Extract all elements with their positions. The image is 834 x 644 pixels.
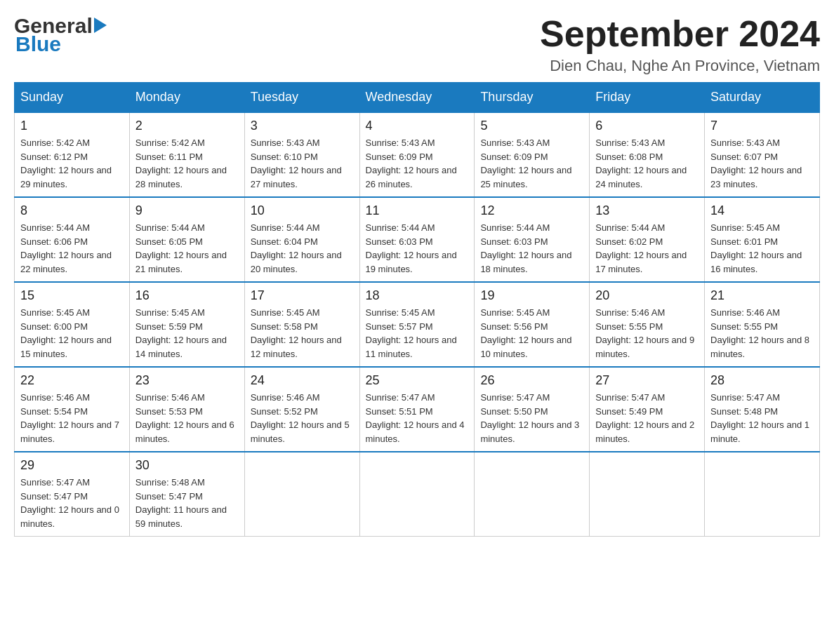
day-number: 9 <box>135 203 239 218</box>
day-info: Sunrise: 5:47 AMSunset: 5:51 PMDaylight:… <box>366 391 469 445</box>
day-info: Sunrise: 5:45 AMSunset: 5:58 PMDaylight:… <box>251 306 354 361</box>
table-row: 22Sunrise: 5:46 AMSunset: 5:54 PMDayligh… <box>15 367 130 452</box>
day-number: 6 <box>595 119 699 133</box>
day-number: 4 <box>366 119 469 133</box>
day-info: Sunrise: 5:44 AMSunset: 6:03 PMDaylight:… <box>366 221 469 276</box>
calendar-table: Sunday Monday Tuesday Wednesday Thursday… <box>14 82 820 537</box>
table-row: 5Sunrise: 5:43 AMSunset: 6:09 PMDaylight… <box>475 112 590 197</box>
table-row: 26Sunrise: 5:47 AMSunset: 5:50 PMDayligh… <box>475 367 590 452</box>
col-friday: Friday <box>590 83 705 113</box>
day-info: Sunrise: 5:46 AMSunset: 5:53 PMDaylight:… <box>135 391 239 445</box>
day-info: Sunrise: 5:43 AMSunset: 6:08 PMDaylight:… <box>595 136 699 191</box>
logo: General Blue <box>14 14 107 56</box>
day-info: Sunrise: 5:44 AMSunset: 6:05 PMDaylight:… <box>135 221 239 276</box>
col-sunday: Sunday <box>15 83 130 113</box>
col-tuesday: Tuesday <box>244 83 359 113</box>
day-number: 24 <box>251 373 354 388</box>
table-row: 12Sunrise: 5:44 AMSunset: 6:03 PMDayligh… <box>475 197 590 282</box>
day-info: Sunrise: 5:44 AMSunset: 6:02 PMDaylight:… <box>595 221 699 276</box>
table-row: 30Sunrise: 5:48 AMSunset: 5:47 PMDayligh… <box>129 452 244 537</box>
day-info: Sunrise: 5:47 AMSunset: 5:50 PMDaylight:… <box>480 391 583 445</box>
day-info: Sunrise: 5:46 AMSunset: 5:55 PMDaylight:… <box>595 306 699 361</box>
table-row: 8Sunrise: 5:44 AMSunset: 6:06 PMDaylight… <box>15 197 130 282</box>
logo-arrow-icon <box>94 18 107 36</box>
col-wednesday: Wednesday <box>359 83 475 113</box>
day-number: 29 <box>20 458 124 473</box>
day-number: 28 <box>710 373 814 388</box>
table-row: 19Sunrise: 5:45 AMSunset: 5:56 PMDayligh… <box>475 282 590 367</box>
day-number: 15 <box>20 288 124 303</box>
page-header: General Blue September 2024 Dien Chau, N… <box>14 14 820 75</box>
month-title: September 2024 <box>540 14 820 54</box>
table-row: 15Sunrise: 5:45 AMSunset: 6:00 PMDayligh… <box>15 282 130 367</box>
day-number: 30 <box>135 458 239 473</box>
day-info: Sunrise: 5:47 AMSunset: 5:47 PMDaylight:… <box>20 476 124 530</box>
col-monday: Monday <box>129 83 244 113</box>
table-row: 11Sunrise: 5:44 AMSunset: 6:03 PMDayligh… <box>359 197 475 282</box>
table-row: 1Sunrise: 5:42 AMSunset: 6:12 PMDaylight… <box>15 112 130 197</box>
day-number: 10 <box>251 203 354 218</box>
calendar-week-row: 29Sunrise: 5:47 AMSunset: 5:47 PMDayligh… <box>15 452 820 537</box>
day-info: Sunrise: 5:42 AMSunset: 6:11 PMDaylight:… <box>135 136 239 191</box>
calendar-week-row: 15Sunrise: 5:45 AMSunset: 6:00 PMDayligh… <box>15 282 820 367</box>
table-row: 4Sunrise: 5:43 AMSunset: 6:09 PMDaylight… <box>359 112 475 197</box>
day-info: Sunrise: 5:45 AMSunset: 6:00 PMDaylight:… <box>20 306 124 361</box>
day-info: Sunrise: 5:47 AMSunset: 5:48 PMDaylight:… <box>710 391 814 445</box>
day-info: Sunrise: 5:44 AMSunset: 6:03 PMDaylight:… <box>480 221 583 276</box>
table-row: 3Sunrise: 5:43 AMSunset: 6:10 PMDaylight… <box>244 112 359 197</box>
col-saturday: Saturday <box>705 83 820 113</box>
day-number: 25 <box>366 373 469 388</box>
day-number: 16 <box>135 288 239 303</box>
calendar-week-row: 22Sunrise: 5:46 AMSunset: 5:54 PMDayligh… <box>15 367 820 452</box>
day-info: Sunrise: 5:44 AMSunset: 6:04 PMDaylight:… <box>251 221 354 276</box>
day-number: 13 <box>595 203 699 218</box>
day-info: Sunrise: 5:43 AMSunset: 6:09 PMDaylight:… <box>366 136 469 191</box>
day-number: 18 <box>366 288 469 303</box>
table-row: 9Sunrise: 5:44 AMSunset: 6:05 PMDaylight… <box>129 197 244 282</box>
day-number: 5 <box>480 119 583 133</box>
calendar-week-row: 8Sunrise: 5:44 AMSunset: 6:06 PMDaylight… <box>15 197 820 282</box>
table-row: 25Sunrise: 5:47 AMSunset: 5:51 PMDayligh… <box>359 367 475 452</box>
table-row: 7Sunrise: 5:43 AMSunset: 6:07 PMDaylight… <box>705 112 820 197</box>
day-number: 23 <box>135 373 239 388</box>
day-number: 27 <box>595 373 699 388</box>
calendar-week-row: 1Sunrise: 5:42 AMSunset: 6:12 PMDaylight… <box>15 112 820 197</box>
title-section: September 2024 Dien Chau, Nghe An Provin… <box>540 14 820 75</box>
day-number: 11 <box>366 203 469 218</box>
day-number: 1 <box>20 119 124 133</box>
table-row: 2Sunrise: 5:42 AMSunset: 6:11 PMDaylight… <box>129 112 244 197</box>
day-number: 19 <box>480 288 583 303</box>
day-info: Sunrise: 5:43 AMSunset: 6:09 PMDaylight:… <box>480 136 583 191</box>
day-info: Sunrise: 5:45 AMSunset: 5:59 PMDaylight:… <box>135 306 239 361</box>
day-info: Sunrise: 5:44 AMSunset: 6:06 PMDaylight:… <box>20 221 124 276</box>
day-number: 7 <box>710 119 814 133</box>
table-row <box>590 452 705 537</box>
table-row: 24Sunrise: 5:46 AMSunset: 5:52 PMDayligh… <box>244 367 359 452</box>
day-number: 20 <box>595 288 699 303</box>
table-row: 21Sunrise: 5:46 AMSunset: 5:55 PMDayligh… <box>705 282 820 367</box>
day-info: Sunrise: 5:45 AMSunset: 6:01 PMDaylight:… <box>710 221 814 276</box>
day-info: Sunrise: 5:43 AMSunset: 6:07 PMDaylight:… <box>710 136 814 191</box>
svg-marker-0 <box>94 18 107 33</box>
table-row <box>359 452 475 537</box>
day-info: Sunrise: 5:43 AMSunset: 6:10 PMDaylight:… <box>251 136 354 191</box>
logo-blue-text: Blue <box>14 32 107 56</box>
table-row: 28Sunrise: 5:47 AMSunset: 5:48 PMDayligh… <box>705 367 820 452</box>
calendar-header-row: Sunday Monday Tuesday Wednesday Thursday… <box>15 83 820 113</box>
day-info: Sunrise: 5:46 AMSunset: 5:52 PMDaylight:… <box>251 391 354 445</box>
table-row <box>475 452 590 537</box>
table-row: 16Sunrise: 5:45 AMSunset: 5:59 PMDayligh… <box>129 282 244 367</box>
table-row: 18Sunrise: 5:45 AMSunset: 5:57 PMDayligh… <box>359 282 475 367</box>
table-row: 27Sunrise: 5:47 AMSunset: 5:49 PMDayligh… <box>590 367 705 452</box>
table-row: 23Sunrise: 5:46 AMSunset: 5:53 PMDayligh… <box>129 367 244 452</box>
table-row: 6Sunrise: 5:43 AMSunset: 6:08 PMDaylight… <box>590 112 705 197</box>
day-info: Sunrise: 5:46 AMSunset: 5:54 PMDaylight:… <box>20 391 124 445</box>
day-number: 21 <box>710 288 814 303</box>
col-thursday: Thursday <box>475 83 590 113</box>
day-number: 2 <box>135 119 239 133</box>
day-number: 12 <box>480 203 583 218</box>
day-info: Sunrise: 5:46 AMSunset: 5:55 PMDaylight:… <box>710 306 814 361</box>
table-row <box>244 452 359 537</box>
day-number: 22 <box>20 373 124 388</box>
day-number: 8 <box>20 203 124 218</box>
